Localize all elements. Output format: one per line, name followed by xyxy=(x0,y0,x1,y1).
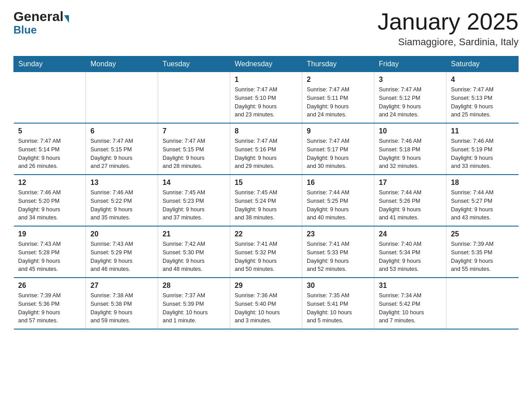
day-info: Sunrise: 7:44 AM Sunset: 5:26 PM Dayligh… xyxy=(379,188,442,222)
day-info: Sunrise: 7:46 AM Sunset: 5:22 PM Dayligh… xyxy=(90,188,153,222)
header-day-wednesday: Wednesday xyxy=(230,56,302,72)
day-number: 5 xyxy=(18,127,82,135)
day-number: 19 xyxy=(18,230,82,238)
day-number: 26 xyxy=(18,282,82,290)
calendar-cell: 13Sunrise: 7:46 AM Sunset: 5:22 PM Dayli… xyxy=(86,175,158,226)
calendar-cell: 26Sunrise: 7:39 AM Sunset: 5:36 PM Dayli… xyxy=(14,278,86,329)
calendar-cell: 17Sunrise: 7:44 AM Sunset: 5:26 PM Dayli… xyxy=(374,175,446,226)
day-info: Sunrise: 7:35 AM Sunset: 5:41 PM Dayligh… xyxy=(307,291,369,325)
day-info: Sunrise: 7:39 AM Sunset: 5:36 PM Dayligh… xyxy=(18,291,82,325)
calendar-cell: 12Sunrise: 7:46 AM Sunset: 5:20 PM Dayli… xyxy=(14,175,86,226)
calendar-cell: 1Sunrise: 7:47 AM Sunset: 5:10 PM Daylig… xyxy=(230,72,302,124)
calendar-cell: 16Sunrise: 7:44 AM Sunset: 5:25 PM Dayli… xyxy=(302,175,374,226)
calendar-cell: 4Sunrise: 7:47 AM Sunset: 5:13 PM Daylig… xyxy=(446,72,519,124)
day-number: 28 xyxy=(163,282,225,290)
day-number: 9 xyxy=(307,127,369,135)
day-number: 20 xyxy=(90,230,153,238)
day-number: 31 xyxy=(379,282,442,290)
calendar-week-2: 5Sunrise: 7:47 AM Sunset: 5:14 PM Daylig… xyxy=(14,123,519,175)
logo-triangle-icon xyxy=(64,15,69,23)
calendar-cell: 30Sunrise: 7:35 AM Sunset: 5:41 PM Dayli… xyxy=(302,278,374,329)
day-number: 22 xyxy=(235,230,297,238)
day-info: Sunrise: 7:43 AM Sunset: 5:29 PM Dayligh… xyxy=(90,240,153,274)
day-number: 15 xyxy=(235,179,297,187)
calendar-cell: 9Sunrise: 7:47 AM Sunset: 5:17 PM Daylig… xyxy=(302,123,374,175)
header-day-saturday: Saturday xyxy=(446,56,519,72)
day-info: Sunrise: 7:38 AM Sunset: 5:38 PM Dayligh… xyxy=(90,291,153,325)
calendar-cell: 27Sunrise: 7:38 AM Sunset: 5:38 PM Dayli… xyxy=(86,278,158,329)
calendar-cell: 11Sunrise: 7:46 AM Sunset: 5:19 PM Dayli… xyxy=(446,123,519,175)
calendar-cell: 28Sunrise: 7:37 AM Sunset: 5:39 PM Dayli… xyxy=(158,278,230,329)
calendar-cell: 21Sunrise: 7:42 AM Sunset: 5:30 PM Dayli… xyxy=(158,226,230,278)
day-info: Sunrise: 7:40 AM Sunset: 5:34 PM Dayligh… xyxy=(379,240,442,274)
calendar-cell: 6Sunrise: 7:47 AM Sunset: 5:15 PM Daylig… xyxy=(86,123,158,175)
day-number: 24 xyxy=(379,230,442,238)
logo: General Blue xyxy=(13,9,69,36)
day-number: 1 xyxy=(235,76,297,84)
calendar-header: SundayMondayTuesdayWednesdayThursdayFrid… xyxy=(14,56,519,72)
calendar-cell: 31Sunrise: 7:34 AM Sunset: 5:42 PM Dayli… xyxy=(374,278,446,329)
logo-general-text: General xyxy=(13,9,64,25)
logo-blue-text: Blue xyxy=(13,24,69,36)
location: Siamaggiore, Sardinia, Italy xyxy=(378,36,519,48)
calendar-cell xyxy=(86,72,158,124)
day-info: Sunrise: 7:43 AM Sunset: 5:28 PM Dayligh… xyxy=(18,240,82,274)
day-info: Sunrise: 7:44 AM Sunset: 5:25 PM Dayligh… xyxy=(307,188,369,222)
calendar-cell: 18Sunrise: 7:44 AM Sunset: 5:27 PM Dayli… xyxy=(446,175,519,226)
day-number: 10 xyxy=(379,127,442,135)
calendar-cell: 3Sunrise: 7:47 AM Sunset: 5:12 PM Daylig… xyxy=(374,72,446,124)
month-title: January 2025 xyxy=(378,9,519,34)
day-info: Sunrise: 7:42 AM Sunset: 5:30 PM Dayligh… xyxy=(163,240,225,274)
calendar-cell: 19Sunrise: 7:43 AM Sunset: 5:28 PM Dayli… xyxy=(14,226,86,278)
day-number: 13 xyxy=(90,179,153,187)
day-number: 18 xyxy=(451,179,514,187)
calendar-week-1: 1Sunrise: 7:47 AM Sunset: 5:10 PM Daylig… xyxy=(14,72,519,124)
day-number: 29 xyxy=(235,282,297,290)
calendar-cell: 5Sunrise: 7:47 AM Sunset: 5:14 PM Daylig… xyxy=(14,123,86,175)
calendar-week-3: 12Sunrise: 7:46 AM Sunset: 5:20 PM Dayli… xyxy=(14,175,519,226)
day-number: 12 xyxy=(18,179,82,187)
day-info: Sunrise: 7:46 AM Sunset: 5:19 PM Dayligh… xyxy=(451,137,514,171)
day-number: 3 xyxy=(379,76,442,84)
calendar-cell: 22Sunrise: 7:41 AM Sunset: 5:32 PM Dayli… xyxy=(230,226,302,278)
header-row: SundayMondayTuesdayWednesdayThursdayFrid… xyxy=(14,56,519,72)
header-day-sunday: Sunday xyxy=(14,56,86,72)
header-day-tuesday: Tuesday xyxy=(158,56,230,72)
calendar-cell: 2Sunrise: 7:47 AM Sunset: 5:11 PM Daylig… xyxy=(302,72,374,124)
day-info: Sunrise: 7:34 AM Sunset: 5:42 PM Dayligh… xyxy=(379,291,442,325)
day-number: 17 xyxy=(379,179,442,187)
calendar-cell: 23Sunrise: 7:41 AM Sunset: 5:33 PM Dayli… xyxy=(302,226,374,278)
day-number: 25 xyxy=(451,230,514,238)
day-info: Sunrise: 7:47 AM Sunset: 5:15 PM Dayligh… xyxy=(163,137,225,171)
day-number: 7 xyxy=(163,127,225,135)
calendar-body: 1Sunrise: 7:47 AM Sunset: 5:10 PM Daylig… xyxy=(14,72,519,330)
calendar-cell xyxy=(14,72,86,124)
day-info: Sunrise: 7:47 AM Sunset: 5:11 PM Dayligh… xyxy=(307,86,369,119)
calendar-cell: 14Sunrise: 7:45 AM Sunset: 5:23 PM Dayli… xyxy=(158,175,230,226)
calendar-cell: 24Sunrise: 7:40 AM Sunset: 5:34 PM Dayli… xyxy=(374,226,446,278)
day-number: 2 xyxy=(307,76,369,84)
day-number: 23 xyxy=(307,230,369,238)
title-area: January 2025 Siamaggiore, Sardinia, Ital… xyxy=(378,9,519,48)
header-day-friday: Friday xyxy=(374,56,446,72)
day-info: Sunrise: 7:41 AM Sunset: 5:33 PM Dayligh… xyxy=(307,240,369,274)
day-info: Sunrise: 7:47 AM Sunset: 5:15 PM Dayligh… xyxy=(90,137,153,171)
header-day-thursday: Thursday xyxy=(302,56,374,72)
calendar-table: SundayMondayTuesdayWednesdayThursdayFrid… xyxy=(13,56,519,330)
day-info: Sunrise: 7:47 AM Sunset: 5:14 PM Dayligh… xyxy=(18,137,82,171)
calendar-cell xyxy=(158,72,230,124)
day-info: Sunrise: 7:41 AM Sunset: 5:32 PM Dayligh… xyxy=(235,240,297,274)
day-number: 21 xyxy=(163,230,225,238)
day-info: Sunrise: 7:47 AM Sunset: 5:10 PM Dayligh… xyxy=(235,86,297,119)
day-info: Sunrise: 7:47 AM Sunset: 5:17 PM Dayligh… xyxy=(307,137,369,171)
day-info: Sunrise: 7:36 AM Sunset: 5:40 PM Dayligh… xyxy=(235,291,297,325)
day-number: 4 xyxy=(451,76,514,84)
day-number: 11 xyxy=(451,127,514,135)
day-info: Sunrise: 7:47 AM Sunset: 5:12 PM Dayligh… xyxy=(379,86,442,119)
day-info: Sunrise: 7:47 AM Sunset: 5:16 PM Dayligh… xyxy=(235,137,297,171)
logo-general-row: General xyxy=(13,9,69,25)
calendar-cell: 29Sunrise: 7:36 AM Sunset: 5:40 PM Dayli… xyxy=(230,278,302,329)
day-number: 8 xyxy=(235,127,297,135)
day-info: Sunrise: 7:44 AM Sunset: 5:27 PM Dayligh… xyxy=(451,188,514,222)
day-number: 14 xyxy=(163,179,225,187)
